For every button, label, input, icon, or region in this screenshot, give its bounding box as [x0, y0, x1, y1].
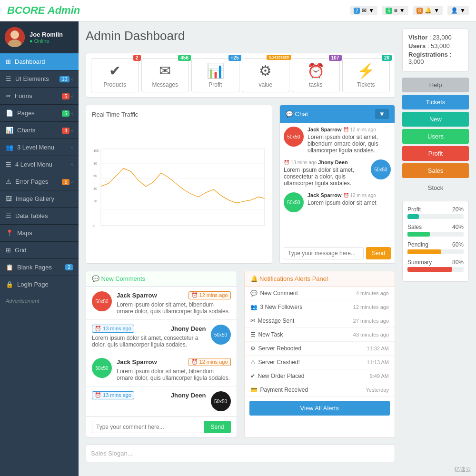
sidebar-label-3level: 3 Level Menu	[17, 144, 54, 151]
chart-section: Real Time Traffic 100 80 60 40 20 0	[86, 105, 272, 264]
notif-icon-1: 💬	[250, 290, 258, 297]
user-icon: 👤	[451, 7, 458, 14]
comment-item-2: 50x50 Jhony Deen ⏰ 13 mins ago Lorem ips…	[86, 320, 237, 353]
notif-time-6: 11:13 AM	[367, 359, 389, 365]
notif-text-8: 💳 Payment Received	[250, 387, 308, 393]
sidebar-item-pages[interactable]: 📄 Pages 5 ‹	[0, 105, 79, 122]
sidebar-item-error[interactable]: ⚠ Error Pages 5 ‹	[0, 173, 79, 190]
chat-meta-1: Jack Sparrow ⏰ 12 mins ago	[307, 127, 391, 132]
sidebar-item-gallery[interactable]: 🖼 Image Gallery	[0, 190, 79, 208]
notif-text-4: ☰ New Task	[250, 331, 283, 338]
progress-profit: Profit20%	[407, 206, 464, 219]
comment-input[interactable]	[92, 421, 201, 433]
profit-icon: 📊	[207, 62, 224, 79]
notif-icon-4: ☰	[250, 331, 256, 338]
notif-time-2: 12 minutes ago	[353, 304, 389, 310]
forms-icon: ✏	[6, 92, 11, 99]
svg-text:60: 60	[93, 174, 97, 178]
notif-item-1: 💬 New Comment 4 minutes ago	[245, 287, 395, 300]
progress-section: Profit20% Sales40%	[402, 201, 469, 282]
charts-icon: 📊	[6, 127, 13, 134]
comment-meta-2: Jhony Deen ⏰ 13 mins ago	[92, 325, 206, 333]
view-all-alerts-button[interactable]: View All Alerts	[249, 401, 390, 416]
nav-list[interactable]: 5 ≡ ▼	[382, 6, 408, 15]
right-panel: Visitor : 23,000 Users : 53,000 Registra…	[402, 21, 476, 476]
notif-text-7: ✔ New Order Placed	[250, 373, 305, 379]
login-icon: 🔒	[6, 281, 13, 288]
tickets-icon: ⚡	[357, 62, 375, 79]
nav-bell[interactable]: 8 🔔 ▼	[413, 6, 443, 15]
sales-button[interactable]: Sales	[402, 163, 469, 178]
sidebar-item-dashboard[interactable]: ⊞ Dashboard	[0, 53, 79, 70]
comment-body-1: Jack Sparrow ⏰ 12 mins ago Lorem ipsum d…	[117, 291, 231, 315]
notif-item-4: ☰ New Task 43 minutes ago	[245, 328, 395, 342]
comment-item-3: 50x50 Jack Sparrow ⏰ 12 mins ago Lorem i…	[86, 353, 237, 387]
chat-message-1: 50x50 Jack Sparrow ⏰ 12 mins ago Lorem i…	[284, 127, 391, 154]
chat-text-2: Lorem ipsum dolor sit amet, consectetur …	[284, 167, 367, 187]
ui-elements-icon: ☰	[6, 75, 11, 82]
progress-summary-bar	[407, 267, 452, 272]
products-icon: ✔	[109, 62, 121, 79]
notif-item-3: ✉ Message Sent 27 minutes ago	[245, 314, 395, 328]
messages-label: Messages	[152, 81, 178, 88]
notif-item-6: ⚠ Server Crashed! 11:13 AM	[245, 356, 395, 369]
tickets-button[interactable]: Tickets	[402, 95, 469, 109]
value-badge: 3.14159265	[267, 55, 291, 60]
comment-avatar-2: 50x50	[211, 325, 231, 345]
nav-user[interactable]: 👤 ▼	[447, 6, 469, 15]
notif-item-5: ⚙ Server Rebooted 11:32 AM	[245, 342, 395, 356]
help-button[interactable]: Help	[402, 78, 469, 92]
stat-card-value[interactable]: 3.14159265 ⚙ value	[242, 58, 290, 92]
comment-text-3: Lorem ipsum dolor sit amet, bibendum orn…	[117, 368, 231, 381]
chat-input-row: Send	[280, 243, 395, 263]
sidebar-item-blank[interactable]: 📋 Blank Pages 2	[0, 259, 79, 276]
quick-buttons: Help Tickets New Users Profit Sales Stoc…	[402, 78, 469, 195]
user-arrow: ▼	[460, 7, 466, 14]
notif-item-8: 💳 Payment Received Yesterday	[245, 383, 395, 397]
nav-mail[interactable]: 2 ✉ ▼	[350, 6, 377, 15]
stat-card-tasks[interactable]: 107 ⏰ tasks	[292, 58, 340, 92]
chat-time-3: ⏰ 12 mins ago	[343, 193, 376, 198]
comment-time-2: ⏰ 13 mins ago	[92, 325, 134, 333]
sidebar-item-login[interactable]: 🔒 Login Page	[0, 276, 79, 293]
notifications-section: 🔔 Notifications Alerts Panel 💬 New Comme…	[244, 271, 396, 437]
brand-logo[interactable]: BCORE Admin	[7, 4, 80, 17]
sidebar-item-4level[interactable]: ☰ 4 Level Menu ‹	[0, 156, 79, 173]
profit-button[interactable]: Profit	[402, 146, 469, 161]
ui-badge: 10	[60, 76, 69, 82]
profit-badge: +25	[228, 55, 241, 61]
progress-pending-bg	[407, 249, 464, 254]
chart-title: Real Time Traffic	[92, 111, 266, 118]
chat-dropdown-button[interactable]: ▼	[375, 109, 389, 119]
notif-item-7: ✔ New Order Placed 9:49 AM	[245, 369, 395, 383]
chat-title: 💬 Chat	[286, 110, 308, 118]
sidebar-item-maps[interactable]: 📍 Maps	[0, 225, 79, 242]
new-button[interactable]: New	[402, 112, 469, 127]
notif-icon-8: 💳	[250, 387, 258, 393]
stock-button[interactable]: Stock	[402, 180, 469, 195]
comment-meta-1: Jack Sparrow ⏰ 12 mins ago	[117, 291, 231, 299]
chat-input[interactable]	[284, 247, 364, 259]
sidebar-item-charts[interactable]: 📊 Charts 4 ‹	[0, 122, 79, 139]
sidebar-item-grid[interactable]: ⊞ Grid	[0, 242, 79, 259]
visitor-stat: Visitor : 23,000	[408, 34, 463, 41]
stat-card-products[interactable]: 2 ✔ Products	[91, 58, 139, 92]
avatar-img	[5, 27, 25, 47]
chat-send-button[interactable]: Send	[366, 247, 391, 259]
stat-card-profit[interactable]: +25 📊 Profit	[191, 58, 239, 92]
users-button[interactable]: Users	[402, 129, 469, 144]
4level-icon: ☰	[6, 161, 11, 168]
stat-card-tickets[interactable]: 20 ⚡ Tickets	[342, 58, 390, 92]
pages-badge: 5	[62, 110, 69, 117]
sidebar-item-datatables[interactable]: ☰ Data Tables	[0, 208, 79, 225]
sidebar-item-forms[interactable]: ✏ Forms 5 ‹	[0, 88, 79, 105]
comment-send-button[interactable]: Send	[204, 421, 230, 433]
notif-time-4: 43 minutes ago	[353, 332, 389, 337]
chat-text-1: Lorem ipsum dolor sit amet, bibendum orn…	[307, 134, 391, 154]
comment-time-1: ⏰ 12 mins ago	[188, 291, 231, 299]
stat-card-messages[interactable]: 456 ✉ Messages	[141, 58, 189, 92]
chat-bubble-1: Jack Sparrow ⏰ 12 mins ago Lorem ipsum d…	[307, 127, 391, 154]
notif-text-3: ✉ Message Sent	[250, 317, 295, 324]
sidebar-item-ui-elements[interactable]: ☰ UI Elements 10 ‹	[0, 70, 79, 88]
sidebar-item-3level[interactable]: 👥 3 Level Menu ‹	[0, 139, 79, 156]
